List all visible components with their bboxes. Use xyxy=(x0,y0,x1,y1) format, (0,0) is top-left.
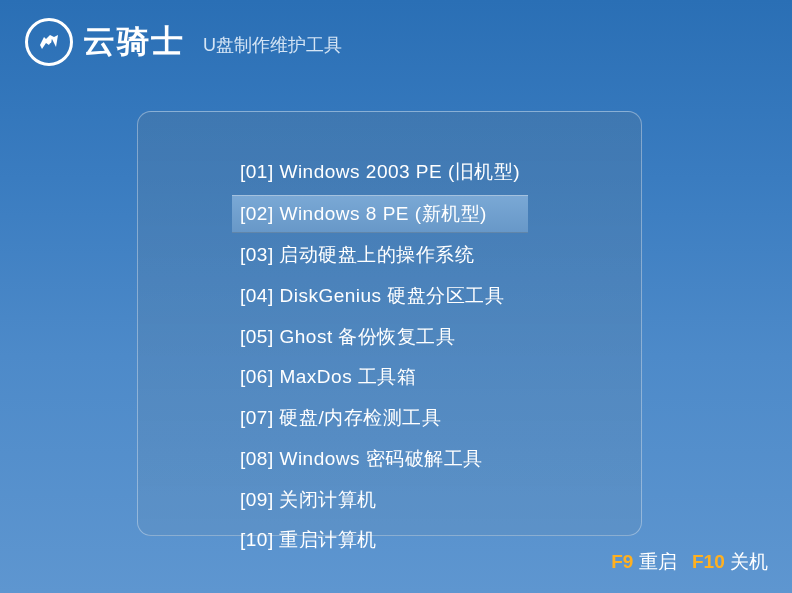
footer-hotkeys: F9 重启 F10 关机 xyxy=(611,549,778,575)
boot-menu-panel: [01] Windows 2003 PE (旧机型)[02] Windows 8… xyxy=(137,111,642,536)
f10-key[interactable]: F10 xyxy=(692,551,725,572)
f10-label: 关机 xyxy=(730,551,768,572)
menu-list: [01] Windows 2003 PE (旧机型)[02] Windows 8… xyxy=(138,154,641,559)
menu-item-10[interactable]: [10] 重启计算机 xyxy=(138,522,641,559)
menu-item-7[interactable]: [07] 硬盘/内存检测工具 xyxy=(138,400,641,437)
menu-item-3[interactable]: [03] 启动硬盘上的操作系统 xyxy=(138,237,641,274)
menu-item-1[interactable]: [01] Windows 2003 PE (旧机型) xyxy=(138,154,641,191)
logo-icon xyxy=(25,18,73,66)
menu-item-9[interactable]: [09] 关闭计算机 xyxy=(138,482,641,519)
menu-item-6[interactable]: [06] MaxDos 工具箱 xyxy=(138,359,641,396)
app-subtitle: U盘制作维护工具 xyxy=(203,33,342,57)
f9-label: 重启 xyxy=(639,551,677,572)
menu-item-2[interactable]: [02] Windows 8 PE (新机型) xyxy=(232,195,528,234)
f9-key[interactable]: F9 xyxy=(611,551,633,572)
menu-item-4[interactable]: [04] DiskGenius 硬盘分区工具 xyxy=(138,278,641,315)
header: 云骑士 U盘制作维护工具 xyxy=(0,0,792,84)
brand-name: 云骑士 xyxy=(83,20,185,64)
svg-point-0 xyxy=(47,39,52,44)
menu-item-8[interactable]: [08] Windows 密码破解工具 xyxy=(138,441,641,478)
menu-item-5[interactable]: [05] Ghost 备份恢复工具 xyxy=(138,319,641,356)
